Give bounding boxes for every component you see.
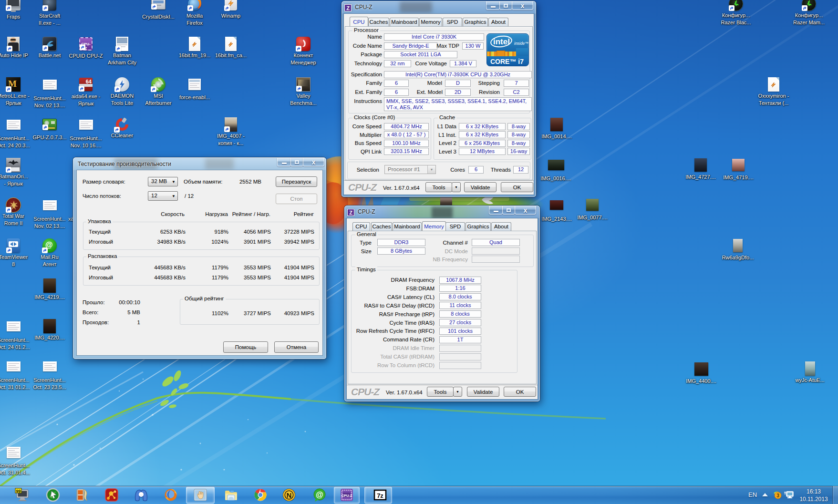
svg-text:@: @	[316, 491, 323, 499]
svg-text:7z: 7z	[377, 492, 383, 499]
svg-text:CPU-Z: CPU-Z	[341, 494, 352, 498]
svg-text:99: 99	[16, 489, 21, 494]
svg-text:3: 3	[776, 493, 779, 498]
svg-text:N: N	[287, 491, 292, 499]
